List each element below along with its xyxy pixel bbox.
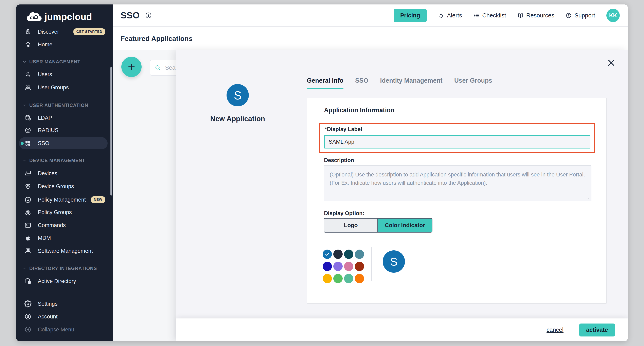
- sidebar-item-label: Policy Management: [38, 197, 86, 203]
- gear-icon: [24, 300, 32, 307]
- color-swatch[interactable]: [355, 274, 364, 283]
- application-avatar: S: [226, 84, 249, 106]
- new-application-panel: S New Application General Info SSO Ident…: [176, 50, 628, 341]
- sidebar-item-user-groups[interactable]: User Groups: [16, 81, 113, 94]
- sidebar-item-label: Collapse Menu: [38, 326, 74, 333]
- sidebar-item-devices[interactable]: Devices: [16, 167, 113, 180]
- activate-button[interactable]: activate: [579, 323, 615, 336]
- sidebar-item-software-management[interactable]: Software Management: [16, 245, 113, 257]
- sidebar-item-label: RADIUS: [38, 127, 58, 133]
- sidebar-item-device-groups[interactable]: Device Groups: [16, 180, 113, 193]
- color-swatch[interactable]: [333, 262, 343, 271]
- sidebar-item-policy-management[interactable]: Policy Management NEW: [16, 193, 113, 206]
- featured-heading: Featured Applications: [120, 35, 192, 43]
- checklist-icon: [473, 12, 480, 19]
- display-option-label: Display Option:: [324, 210, 364, 217]
- app-window: jumpcloud Discover GET STARTED Home USER…: [16, 5, 628, 341]
- tab-user-groups[interactable]: User Groups: [454, 77, 492, 89]
- resources-button[interactable]: Resources: [518, 12, 554, 19]
- collapse-arrow-icon: [24, 326, 32, 333]
- alerts-button[interactable]: Alerts: [438, 12, 462, 19]
- resources-label: Resources: [526, 12, 554, 19]
- sidebar-item-users[interactable]: Users: [16, 68, 113, 81]
- main-area: SSO Pricing Alerts Checklist Resources: [113, 5, 628, 341]
- sidebar-section-device-management[interactable]: DEVICE MANAGEMENT: [22, 156, 85, 164]
- modal-tabs: General Info SSO Identity Management Use…: [307, 77, 492, 89]
- sidebar-item-active-directory[interactable]: Active Directory: [16, 275, 113, 288]
- sidebar-item-collapse-menu[interactable]: Collapse Menu: [16, 323, 113, 336]
- info-icon[interactable]: [145, 12, 152, 19]
- sidebar-item-account[interactable]: Account: [16, 310, 113, 323]
- database-windows-icon: [24, 278, 32, 285]
- color-swatch[interactable]: [333, 274, 343, 283]
- tab-sso[interactable]: SSO: [355, 77, 368, 89]
- laptop-grid-icon: [24, 247, 32, 255]
- sidebar-item-settings[interactable]: Settings: [16, 297, 113, 310]
- tab-identity-management[interactable]: Identity Management: [380, 77, 442, 89]
- close-icon[interactable]: [606, 58, 616, 68]
- sidebar-item-mdm[interactable]: MDM: [16, 232, 113, 245]
- sidebar-item-home[interactable]: Home: [16, 38, 113, 51]
- color-swatch[interactable]: [344, 274, 353, 283]
- chevron-down-icon: [22, 266, 27, 271]
- sidebar-section-directory-integrations[interactable]: DIRECTORY INTEGRATIONS: [22, 264, 97, 272]
- jumpcloud-logo[interactable]: jumpcloud: [26, 11, 92, 22]
- logo-option-button[interactable]: Logo: [324, 219, 378, 232]
- sidebar-item-label: Settings: [38, 301, 58, 307]
- header-actions: Pricing Alerts Checklist Resources Suppo…: [394, 9, 620, 22]
- checklist-button[interactable]: Checklist: [473, 12, 506, 19]
- user-icon: [24, 71, 32, 78]
- database-clock-icon: [24, 114, 32, 121]
- bell-icon: [438, 12, 444, 19]
- color-swatch[interactable]: [344, 250, 353, 259]
- sidebar-item-label: Device Groups: [38, 183, 74, 190]
- sidebar-item-ldap[interactable]: LDAP: [16, 111, 113, 124]
- sidebar-item-discover[interactable]: Discover GET STARTED: [16, 25, 113, 38]
- color-swatch-selected[interactable]: [322, 250, 332, 259]
- color-swatch[interactable]: [355, 250, 364, 259]
- sidebar-section-user-authentication[interactable]: USER AUTHENTICATION: [22, 101, 88, 109]
- venn-icon: [24, 183, 32, 190]
- color-palette: [322, 250, 364, 283]
- pricing-button[interactable]: Pricing: [394, 9, 427, 22]
- add-application-button[interactable]: [121, 57, 142, 77]
- jumpcloud-cloud-icon: [26, 12, 42, 22]
- color-indicator-preview: S: [383, 250, 405, 273]
- sidebar-item-label: Commands: [38, 222, 66, 229]
- color-swatch[interactable]: [322, 262, 332, 271]
- color-swatch[interactable]: [322, 274, 332, 283]
- resize-handle-icon[interactable]: [586, 196, 590, 200]
- get-started-badge: GET STARTED: [74, 28, 105, 35]
- user-avatar[interactable]: KK: [606, 9, 620, 22]
- sidebar-item-radius[interactable]: RADIUS: [16, 124, 113, 137]
- cancel-link[interactable]: cancel: [546, 326, 564, 333]
- apple-icon: [24, 234, 32, 242]
- color-swatch[interactable]: [355, 262, 364, 271]
- chevron-down-icon: [22, 103, 27, 108]
- plus-icon: [126, 62, 136, 72]
- swatch-preview-divider: [371, 247, 372, 281]
- sidebar-item-commands[interactable]: Commands: [16, 219, 113, 232]
- radar-icon: [24, 127, 32, 134]
- sidebar-item-sso[interactable]: SSO: [16, 137, 113, 150]
- support-button[interactable]: Support: [566, 12, 595, 19]
- card-heading: Application Information: [324, 107, 394, 114]
- color-swatch[interactable]: [333, 250, 343, 259]
- check-icon: [325, 252, 330, 257]
- sidebar-item-label: LDAP: [38, 115, 52, 121]
- sidebar-item-label: MDM: [38, 235, 51, 241]
- search-icon: [154, 64, 161, 71]
- sidebar-section-user-management[interactable]: USER MANAGEMENT: [22, 58, 80, 66]
- featured-applications-bar: Featured Applications: [113, 27, 628, 50]
- display-label-input[interactable]: [324, 135, 590, 148]
- sidebar-scrollbar[interactable]: [110, 67, 112, 196]
- color-swatch[interactable]: [344, 262, 353, 271]
- users-icon: [24, 84, 32, 91]
- sidebar-item-policy-groups[interactable]: Policy Groups: [16, 206, 113, 219]
- chevron-down-icon: [22, 60, 27, 64]
- account-icon: [24, 313, 32, 320]
- tab-general-info[interactable]: General Info: [307, 77, 344, 89]
- description-textarea[interactable]: [324, 165, 592, 201]
- sidebar-item-label: Software Management: [38, 248, 93, 254]
- color-indicator-option-button[interactable]: Color Indicator: [378, 219, 432, 232]
